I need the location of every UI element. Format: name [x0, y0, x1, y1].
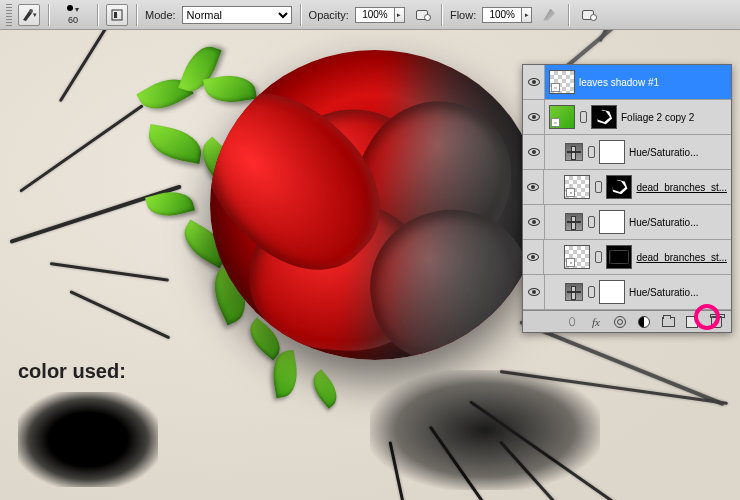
eye-icon [528, 78, 540, 86]
artwork-rose [210, 50, 540, 360]
layer-mask-thumbnail[interactable] [599, 140, 625, 164]
eye-icon [528, 113, 540, 121]
layer-body[interactable]: Hue/Saturatio... [545, 135, 731, 169]
flow-flyout[interactable]: ▸ [522, 7, 532, 23]
mode-label: Mode: [145, 9, 176, 21]
blend-mode-select[interactable]: Normal [182, 6, 292, 24]
link-icon [568, 315, 577, 328]
layer-body[interactable]: ▫dead_branches_st... [544, 240, 731, 274]
layer-row[interactable]: ▫dead_branches_st... [523, 240, 731, 275]
layer-visibility-toggle[interactable] [523, 100, 545, 134]
layer-mask-thumbnail[interactable] [599, 280, 625, 304]
layer-style-button[interactable]: fx [589, 315, 603, 329]
brush-preset-picker[interactable]: ▾ 60 [57, 5, 89, 25]
layer-body[interactable]: ▫Foliage 2 copy 2 [545, 100, 731, 134]
layer-thumbnail[interactable]: ▫ [564, 245, 590, 269]
layer-visibility-toggle[interactable] [523, 170, 544, 204]
link-icon [594, 250, 602, 264]
svg-rect-2 [114, 12, 117, 18]
layer-visibility-toggle[interactable] [523, 275, 545, 309]
layer-body[interactable]: Hue/Saturatio... [545, 205, 731, 239]
eye-icon [528, 288, 540, 296]
layer-visibility-toggle[interactable] [523, 65, 545, 99]
layer-mask-thumbnail[interactable] [599, 210, 625, 234]
opacity-label: Opacity: [309, 9, 349, 21]
layer-name-label[interactable]: dead_branches_st... [636, 252, 727, 263]
layer-name-label[interactable]: Foliage 2 copy 2 [621, 112, 727, 123]
link-icon [594, 180, 602, 194]
separator [97, 4, 98, 26]
brush-tip-icon [67, 5, 73, 11]
separator [441, 4, 442, 26]
layer-group-button[interactable] [661, 315, 675, 329]
layer-row[interactable]: ▫dead_branches_st... [523, 170, 731, 205]
eye-icon [528, 148, 540, 156]
eye-icon [527, 253, 539, 261]
separator [136, 4, 137, 26]
layer-name-label[interactable]: Hue/Saturatio... [629, 287, 727, 298]
toolbar-grip[interactable] [6, 4, 12, 26]
layers-panel-footer: fx [523, 310, 731, 332]
flow-label: Flow: [450, 9, 476, 21]
delete-layer-button[interactable] [709, 315, 723, 329]
airbrush-toggle[interactable] [538, 4, 560, 26]
adjustment-thumb-icon [565, 213, 583, 231]
layer-visibility-toggle[interactable] [523, 205, 545, 239]
link-icon [587, 215, 595, 229]
opacity-flyout[interactable]: ▸ [395, 7, 405, 23]
layer-row[interactable]: Hue/Saturatio... [523, 275, 731, 310]
link-icon [587, 285, 595, 299]
layer-body[interactable]: ▫leaves shadow #1 [545, 65, 731, 99]
opacity-pressure-toggle[interactable] [411, 4, 433, 26]
link-layers-button[interactable] [565, 315, 579, 329]
opacity-input[interactable]: 100% [355, 7, 395, 23]
layer-body[interactable]: ▫dead_branches_st... [544, 170, 731, 204]
layer-row[interactable]: Hue/Saturatio... [523, 135, 731, 170]
adjustment-icon [638, 316, 650, 328]
layer-thumbnail[interactable]: ▫ [564, 175, 590, 199]
tablet-pressure-icon [416, 10, 428, 20]
layer-name-label[interactable]: leaves shadow #1 [579, 77, 727, 88]
layer-name-label[interactable]: Hue/Saturatio... [629, 217, 727, 228]
folder-icon [662, 317, 675, 327]
options-bar: ▾ ▾ 60 Mode: Normal Opacity: 100% ▸ Flow… [0, 0, 740, 30]
layer-mask-thumbnail[interactable] [591, 105, 617, 129]
adjustment-layer-button[interactable] [637, 315, 651, 329]
layer-row[interactable]: Hue/Saturatio... [523, 205, 731, 240]
layer-name-label[interactable]: dead_branches_st... [636, 182, 727, 193]
add-mask-button[interactable] [613, 315, 627, 329]
mask-icon [614, 316, 626, 328]
flow-input[interactable]: 100% [482, 7, 522, 23]
separator [48, 4, 49, 26]
new-layer-button[interactable] [685, 315, 699, 329]
layer-name-label[interactable]: Hue/Saturatio... [629, 147, 727, 158]
annotation-color-used-label: color used: [18, 360, 126, 383]
separator [568, 4, 569, 26]
layer-row[interactable]: ▫Foliage 2 copy 2 [523, 100, 731, 135]
layer-visibility-toggle[interactable] [523, 240, 544, 274]
airbrush-icon [543, 9, 555, 21]
brush-panel-toggle[interactable] [106, 4, 128, 26]
layer-thumbnail[interactable]: ▫ [549, 70, 575, 94]
brush-tool-button[interactable]: ▾ [18, 4, 40, 26]
separator [300, 4, 301, 26]
layer-mask-thumbnail[interactable] [606, 245, 632, 269]
annotation-color-swatch [18, 392, 158, 487]
layer-mask-thumbnail[interactable] [606, 175, 632, 199]
layer-thumbnail[interactable]: ▫ [549, 105, 575, 129]
layer-visibility-toggle[interactable] [523, 135, 545, 169]
layers-panel: ▫leaves shadow #1▫Foliage 2 copy 2Hue/Sa… [522, 64, 732, 333]
eye-icon [527, 183, 539, 191]
trash-icon [711, 316, 722, 328]
adjustment-thumb-icon [565, 283, 583, 301]
link-icon [579, 110, 587, 124]
adjustment-thumb-icon [565, 143, 583, 161]
link-icon [587, 145, 595, 159]
size-pressure-toggle[interactable] [577, 4, 599, 26]
layer-row[interactable]: ▫leaves shadow #1 [523, 65, 731, 100]
tablet-pressure-icon [582, 10, 594, 20]
eye-icon [528, 218, 540, 226]
layers-list: ▫leaves shadow #1▫Foliage 2 copy 2Hue/Sa… [523, 65, 731, 310]
layer-body[interactable]: Hue/Saturatio... [545, 275, 731, 309]
new-layer-icon [686, 316, 698, 328]
